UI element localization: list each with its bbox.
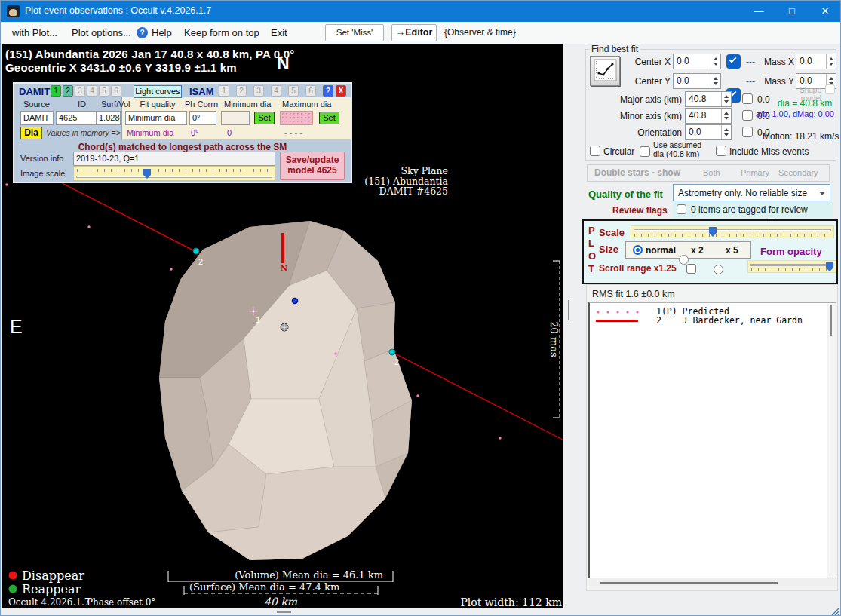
damit-close-icon[interactable]: X — [336, 85, 346, 97]
max-dia-set-button[interactable]: Set — [319, 112, 339, 124]
center-x-field[interactable]: 0.0 — [673, 54, 721, 69]
isam-5-button[interactable]: 5 — [288, 85, 299, 97]
size-x5-radio[interactable] — [714, 265, 723, 274]
orientation-checkbox[interactable] — [742, 127, 753, 137]
review-flags-checkbox[interactable] — [677, 204, 686, 214]
form-opacity-slider[interactable] — [747, 260, 836, 273]
menu-keep-on-top[interactable]: Keep form on top — [184, 27, 259, 38]
max-dia-field[interactable] — [280, 111, 313, 125]
size-x2-label: x 2 — [691, 245, 704, 256]
isam-1-button[interactable]: 1 — [219, 85, 229, 97]
include-miss-checkbox[interactable] — [716, 146, 726, 156]
legend-disappear: Disappear — [22, 568, 84, 583]
close-button[interactable]: ✕ — [809, 1, 841, 22]
center-x-checkbox[interactable] — [726, 54, 741, 69]
damit-title: DAMIT — [19, 86, 50, 97]
use-assumed-dia-label: Use assumed dia (40.8 km) — [653, 141, 701, 158]
best-fit-chart-button[interactable] — [590, 56, 620, 86]
legend-reappear: Reappear — [22, 582, 81, 596]
memory-ph-corrn: 0° — [191, 128, 199, 137]
minor-axis-field[interactable]: 40.8 — [685, 108, 732, 124]
size-x2-radio[interactable] — [679, 255, 689, 265]
menu-with-plot[interactable]: with Plot... — [12, 27, 57, 38]
damit-help-icon[interactable]: ? — [323, 85, 333, 97]
scroll-range-checkbox[interactable] — [686, 264, 696, 274]
major-axis-field[interactable]: 40.8 — [685, 91, 732, 107]
shape-model-checkbox[interactable] — [825, 84, 835, 94]
event-title-line1: (151) Abundantia 2026 Jan 17 40.8 x 40.8… — [5, 48, 295, 60]
isam-title: ISAM — [189, 86, 214, 97]
min-dia-field[interactable] — [221, 111, 250, 125]
major-axis-offset: 0.0 — [757, 94, 770, 105]
chord-2-start-label: 2 — [198, 257, 203, 266]
damit-model-2-button[interactable]: 2 — [63, 85, 73, 97]
source-column-header: Source — [23, 100, 50, 109]
circular-checkbox[interactable] — [590, 146, 600, 156]
memory-max-dia: - - - - — [284, 128, 302, 137]
maximize-button[interactable]: □ — [775, 1, 809, 22]
menu-plot-options[interactable]: Plot options... — [72, 27, 131, 38]
damit-model-1-button[interactable]: 1 — [51, 85, 61, 97]
surface-dia-label: (Surface) Mean dia = 47.4 km — [189, 581, 339, 593]
isam-6-button[interactable]: 6 — [305, 85, 316, 97]
help-icon[interactable]: ? — [137, 27, 148, 38]
chord-2-start-point — [193, 248, 199, 254]
fit-quality-header: Fit quality — [127, 100, 189, 109]
list-vertical-scrollbar[interactable] — [827, 303, 836, 578]
scale-slider[interactable] — [631, 225, 834, 238]
mass-x-value: 0.0 — [800, 56, 812, 66]
isam-2-button[interactable]: 2 — [236, 85, 247, 97]
size-label: Size — [599, 244, 618, 255]
menu-help[interactable]: Help — [152, 27, 172, 38]
geocentre-marker — [281, 323, 288, 331]
surfvol-field[interactable]: 1.028 — [96, 111, 121, 125]
isam-4-button[interactable]: 4 — [271, 85, 281, 97]
isam-3-button[interactable]: 3 — [253, 85, 264, 97]
center-y-field[interactable]: 0.0 — [673, 73, 721, 89]
save-update-model-button[interactable]: Save/update model 4625 — [280, 152, 345, 180]
editor-button[interactable]: →Editor — [391, 24, 437, 41]
use-assumed-dia-checkbox[interactable] — [640, 146, 650, 157]
disappear-dot — [9, 572, 17, 580]
min-dia-set-button[interactable]: Set — [254, 112, 275, 124]
ph-corrn-field[interactable]: 0° — [189, 111, 216, 125]
plot-horizontal-scrollbar[interactable] — [277, 611, 291, 613]
plot-width-label: Plot width: 112 km — [460, 596, 562, 608]
id-field[interactable]: 4625 — [56, 111, 100, 125]
major-axis-checkbox[interactable] — [742, 93, 753, 104]
size-x5-label: x 5 — [726, 245, 738, 256]
light-curves-button[interactable]: Light curves — [134, 85, 182, 98]
dia-button[interactable]: Dia — [20, 127, 42, 139]
minor-axis-checkbox[interactable] — [742, 110, 753, 121]
observations-list[interactable]: 1(P) Predicted 2 J Bardecker, near Gardn — [588, 302, 836, 578]
observation-row-2[interactable]: 2 J Bardecker, near Gardn — [656, 315, 803, 326]
image-scale-slider[interactable] — [73, 166, 275, 181]
center-y-label: Center Y — [625, 76, 671, 87]
plot-vertical-scrollbar[interactable] — [568, 300, 569, 320]
orientation-field[interactable]: 0.0 — [685, 124, 732, 140]
center-marker — [293, 299, 298, 304]
damit-model-6-button[interactable]: 6 — [111, 85, 121, 97]
minimize-button[interactable]: — — [742, 1, 775, 22]
damit-model-4-button[interactable]: 4 — [87, 85, 97, 97]
version-info-field[interactable]: 2019-10-23, Q=1 — [73, 152, 275, 166]
minor-axis-value: 40.8 — [689, 110, 706, 121]
double-both-label: Both — [703, 168, 720, 177]
quality-of-fit-select[interactable]: Astrometry only. No reliable size — [673, 184, 830, 201]
review-flags-text: 0 items are tagged for review — [691, 204, 808, 215]
menu-exit[interactable]: Exit — [271, 27, 287, 38]
size-normal-radio[interactable] — [633, 245, 643, 255]
save-update-line2: model 4625 — [281, 165, 344, 176]
fit-quality-select[interactable]: Minimum dia — [125, 111, 187, 125]
chord-2-swatch — [596, 320, 638, 322]
damit-model-5-button[interactable]: 5 — [99, 85, 109, 97]
chord-2-end-label: 2 — [394, 357, 399, 366]
set-miss-times-button[interactable]: Set 'Miss' Times — [325, 24, 384, 41]
list-horizontal-scrollbar[interactable] — [589, 578, 836, 588]
damit-model-3-button[interactable]: 3 — [75, 85, 85, 97]
ph-corrn-header: Ph Corrn — [185, 100, 218, 109]
source-field[interactable]: DAMIT — [20, 111, 54, 125]
id-column-header: ID — [78, 100, 86, 109]
resize-grip-icon[interactable] — [830, 607, 839, 616]
mass-x-field[interactable]: 0.0 — [796, 54, 836, 69]
